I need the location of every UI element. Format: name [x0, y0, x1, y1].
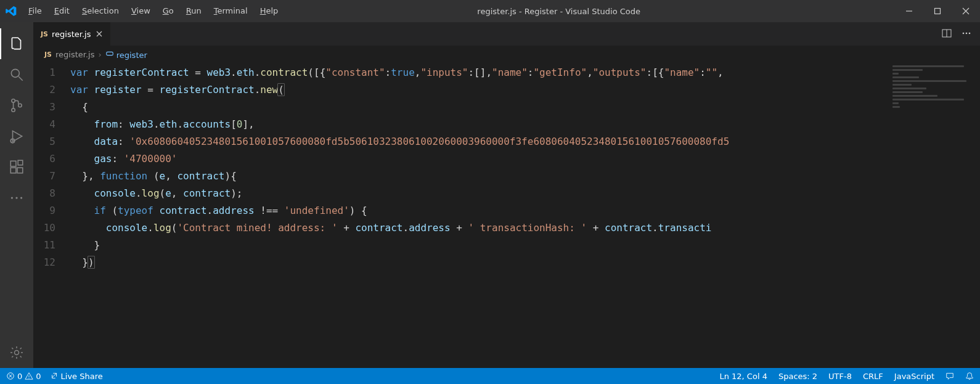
- svg-point-12: [20, 197, 22, 198]
- line-number: 8: [33, 185, 70, 202]
- line-number: 9: [33, 202, 70, 219]
- tab-close-button[interactable]: [94, 29, 104, 39]
- svg-point-17: [969, 32, 971, 34]
- menu-go[interactable]: Go: [157, 0, 180, 22]
- source-control-icon[interactable]: [0, 90, 33, 121]
- main-area: JS register.js JS register.js ›: [0, 22, 980, 368]
- status-bell-icon[interactable]: [965, 372, 974, 380]
- menu-help[interactable]: Help: [254, 0, 285, 22]
- svg-rect-8: [17, 168, 23, 173]
- line-number: 3: [33, 99, 70, 116]
- breadcrumbs[interactable]: JS register.js › register: [33, 46, 980, 63]
- code-line[interactable]: 1var registerContract = web3.eth.contrac…: [33, 64, 890, 81]
- editor[interactable]: 1var registerContract = web3.eth.contrac…: [33, 63, 890, 368]
- status-eol[interactable]: CRLF: [863, 372, 883, 381]
- line-number: 5: [33, 133, 70, 150]
- menu-selection[interactable]: Selection: [76, 0, 125, 22]
- status-ln-col[interactable]: Ln 12, Col 4: [719, 372, 767, 381]
- more-icon[interactable]: [0, 182, 33, 213]
- settings-gear-icon[interactable]: [0, 337, 33, 368]
- menu-file[interactable]: File: [22, 0, 48, 22]
- split-editor-icon[interactable]: [942, 28, 952, 40]
- run-debug-icon[interactable]: [0, 121, 33, 152]
- svg-point-13: [15, 351, 19, 355]
- status-live-share[interactable]: Live Share: [50, 372, 103, 381]
- tab-actions: [933, 22, 980, 46]
- status-problems[interactable]: 0 0: [6, 372, 41, 381]
- line-number: 1: [33, 64, 70, 81]
- svg-point-3: [12, 108, 15, 112]
- code-line[interactable]: 11 }: [33, 237, 890, 254]
- editor-column: JS register.js JS register.js ›: [33, 22, 980, 368]
- status-warning-count: 0: [36, 372, 41, 381]
- code-line[interactable]: 6 gas: '4700000': [33, 150, 890, 168]
- code-line[interactable]: 5 data: '0x60806040523480156100105760008…: [33, 133, 890, 150]
- search-icon[interactable]: [0, 59, 33, 90]
- file-js-icon: JS: [41, 30, 48, 38]
- tab-register-js[interactable]: JS register.js: [33, 22, 111, 46]
- editor-wrap: 1var registerContract = web3.eth.contrac…: [33, 63, 980, 368]
- svg-point-2: [12, 99, 15, 102]
- more-actions-icon[interactable]: [962, 28, 971, 40]
- status-error-count: 0: [17, 372, 22, 381]
- window-controls: [895, 0, 980, 22]
- svg-rect-0: [935, 9, 941, 14]
- status-encoding[interactable]: UTF-8: [828, 372, 852, 381]
- menu-view[interactable]: View: [125, 0, 157, 22]
- svg-point-10: [11, 197, 13, 198]
- line-number: 2: [33, 81, 70, 99]
- menu-bar: File Edit Selection View Go Run Terminal…: [22, 0, 284, 22]
- close-button[interactable]: [952, 0, 980, 22]
- line-number: 4: [33, 116, 70, 133]
- chevron-right-icon: ›: [98, 50, 101, 59]
- window-title: register.js - Register - Visual Studio C…: [284, 7, 895, 16]
- extensions-icon[interactable]: [0, 152, 33, 182]
- svg-point-4: [18, 104, 22, 107]
- minimize-button[interactable]: [895, 0, 923, 22]
- code-line[interactable]: 12 }): [33, 254, 890, 271]
- menu-edit[interactable]: Edit: [48, 0, 76, 22]
- svg-point-20: [29, 378, 30, 378]
- line-number: 12: [33, 254, 70, 271]
- explorer-icon[interactable]: [0, 28, 33, 59]
- line-number: 10: [33, 219, 70, 237]
- code-line[interactable]: 8 console.log(e, contract);: [33, 185, 890, 202]
- line-number: 6: [33, 150, 70, 168]
- activity-bar: [0, 22, 33, 368]
- svg-point-11: [15, 197, 17, 198]
- line-number: 11: [33, 237, 70, 254]
- menu-run[interactable]: Run: [180, 0, 208, 22]
- code-line[interactable]: 4 from: web3.eth.accounts[0],: [33, 116, 890, 133]
- tab-bar: JS register.js: [33, 22, 980, 46]
- code-line[interactable]: 10 console.log('Contract mined! address:…: [33, 219, 890, 237]
- file-js-icon: JS: [44, 51, 52, 59]
- code-line[interactable]: 2var register = registerContract.new(: [33, 81, 890, 99]
- svg-point-16: [966, 32, 968, 34]
- svg-point-15: [963, 32, 965, 34]
- menu-terminal[interactable]: Terminal: [208, 0, 254, 22]
- svg-rect-9: [18, 160, 23, 165]
- svg-point-1: [11, 69, 19, 77]
- title-bar: File Edit Selection View Go Run Terminal…: [0, 0, 980, 22]
- status-bar: 0 0 Live Share Ln 12, Col 4 Spaces: 2 UT…: [0, 368, 980, 384]
- status-language[interactable]: JavaScript: [894, 372, 934, 381]
- breadcrumb-symbol[interactable]: register: [105, 49, 147, 60]
- line-number: 7: [33, 168, 70, 185]
- svg-rect-7: [10, 168, 16, 173]
- code-line[interactable]: 7 }, function (e, contract){: [33, 168, 890, 185]
- svg-rect-6: [10, 161, 16, 166]
- variable-icon: [105, 49, 114, 58]
- code-line[interactable]: 9 if (typeof contract.address !== 'undef…: [33, 202, 890, 219]
- vscode-logo-icon: [0, 5, 22, 17]
- code-line[interactable]: 3 {: [33, 99, 890, 116]
- status-spaces[interactable]: Spaces: 2: [778, 372, 817, 381]
- breadcrumb-file[interactable]: register.js: [55, 50, 94, 59]
- tab-label: register.js: [52, 30, 91, 39]
- status-feedback-icon[interactable]: [945, 372, 954, 380]
- minimap[interactable]: [890, 63, 970, 368]
- overview-ruler[interactable]: [970, 63, 980, 368]
- maximize-button[interactable]: [923, 0, 952, 22]
- svg-rect-18: [106, 52, 113, 55]
